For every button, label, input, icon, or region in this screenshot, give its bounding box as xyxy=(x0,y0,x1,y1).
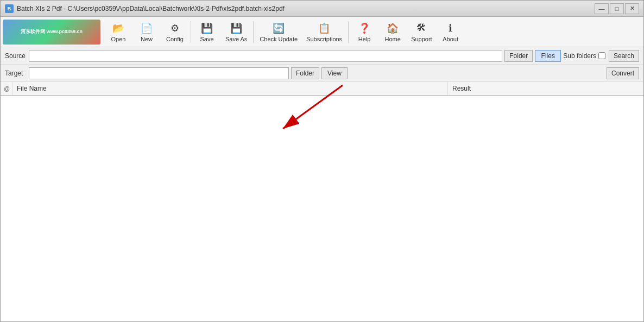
subscriptions-icon: 📋 xyxy=(318,22,331,35)
toolbar-check-update-button[interactable]: 🔄 Check Update xyxy=(256,19,301,45)
check-update-icon: 🔄 xyxy=(272,22,285,35)
toolbar-separator-1 xyxy=(191,21,191,43)
main-content: Source Folder Files Sub folders Search T… xyxy=(1,47,643,321)
title-text: Batch XIs 2 Pdf - C:\Users\pc0359\AppDat… xyxy=(17,5,285,12)
subfolders-checkbox[interactable] xyxy=(598,52,605,59)
table-area: @ File Name Result xyxy=(1,82,643,321)
toolbar-about-button[interactable]: ℹ About xyxy=(437,19,464,45)
target-folder-button[interactable]: Folder xyxy=(291,67,319,79)
table-col-name-header: File Name xyxy=(12,82,448,95)
toolbar: 河东软件网 www.pc0359.cn 📂 Open 📄 New ⚙ Confi… xyxy=(1,17,643,47)
title-bar: B Batch XIs 2 Pdf - C:\Users\pc0359\AppD… xyxy=(1,1,643,17)
search-button[interactable]: Search xyxy=(609,50,639,62)
toolbar-help-button[interactable]: ❓ Help xyxy=(351,19,378,45)
toolbar-new-button[interactable]: 📄 New xyxy=(133,19,160,45)
target-view-button[interactable]: View xyxy=(321,67,348,79)
target-input[interactable] xyxy=(29,67,289,79)
minimize-button[interactable]: — xyxy=(595,3,609,14)
toolbar-support-button[interactable]: 🛠 Support xyxy=(407,19,436,45)
close-button[interactable]: ✕ xyxy=(625,3,639,14)
new-icon: 📄 xyxy=(140,22,153,35)
target-panel: Target Folder View Convert xyxy=(1,65,643,82)
app-icon: B xyxy=(5,4,14,13)
toolbar-subscriptions-button[interactable]: 📋 Subscriptions xyxy=(302,19,346,45)
config-icon: ⚙ xyxy=(168,22,181,35)
table-col-result-header: Result xyxy=(448,82,643,95)
about-icon: ℹ xyxy=(444,22,457,35)
open-icon: 📂 xyxy=(112,22,125,35)
source-files-button[interactable]: Files xyxy=(535,50,561,62)
target-label: Target xyxy=(5,70,27,77)
main-window: B Batch XIs 2 Pdf - C:\Users\pc0359\AppD… xyxy=(0,0,644,322)
watermark-image: 河东软件网 www.pc0359.cn xyxy=(3,20,100,45)
home-icon: 🏠 xyxy=(386,22,399,35)
toolbar-home-button[interactable]: 🏠 Home xyxy=(379,19,406,45)
title-bar-left: B Batch XIs 2 Pdf - C:\Users\pc0359\AppD… xyxy=(5,4,595,13)
save-icon: 💾 xyxy=(200,22,213,35)
toolbar-config-button[interactable]: ⚙ Config xyxy=(161,19,188,45)
toolbar-separator-2 xyxy=(253,21,254,43)
toolbar-open-button[interactable]: 📂 Open xyxy=(105,19,132,45)
source-panel: Source Folder Files Sub folders Search xyxy=(1,47,643,65)
toolbar-save-button[interactable]: 💾 Save xyxy=(193,19,220,45)
table-col-icon-header: @ xyxy=(1,82,12,95)
source-input[interactable] xyxy=(29,50,502,62)
save-as-icon: 💾 xyxy=(230,22,243,35)
convert-button[interactable]: Convert xyxy=(607,67,639,79)
help-icon: ❓ xyxy=(358,22,371,35)
toolbar-separator-3 xyxy=(348,21,349,43)
maximize-button[interactable]: □ xyxy=(610,3,624,14)
support-icon: 🛠 xyxy=(415,22,428,35)
toolbar-save-as-button[interactable]: 💾 Save As xyxy=(222,19,251,45)
title-controls: — □ ✕ xyxy=(595,3,639,14)
table-header: @ File Name Result xyxy=(1,82,643,96)
subfolders-label: Sub folders xyxy=(563,52,596,60)
source-label: Source xyxy=(5,52,27,60)
source-folder-button[interactable]: Folder xyxy=(504,50,533,62)
